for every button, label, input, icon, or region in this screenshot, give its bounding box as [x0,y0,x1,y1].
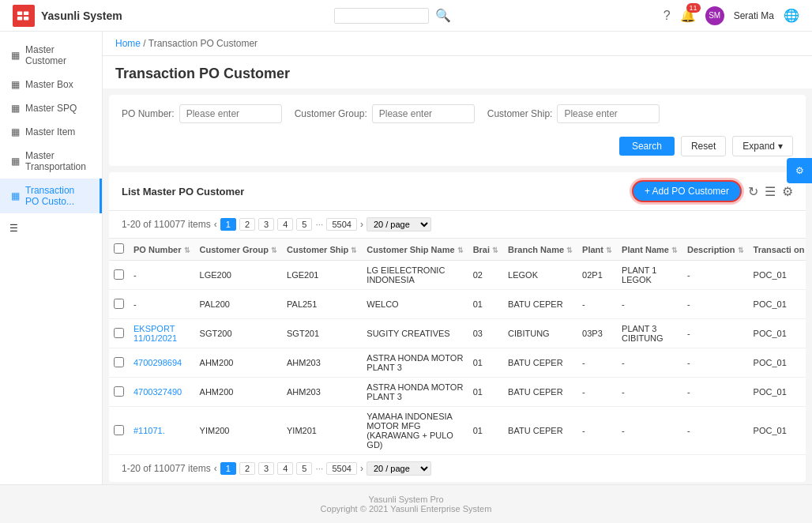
per-page-select-bottom[interactable]: 20 / page 50 / page 100 / page [367,461,431,476]
td-customer-group: SGT200 [195,319,282,348]
select-all-checkbox[interactable] [114,243,124,254]
td-plant: - [577,290,617,319]
td-plant: 03P3 [577,319,617,348]
page-btn-1[interactable]: 1 [220,218,236,231]
row-checkbox[interactable] [114,357,124,367]
td-customer-group: LGE200 [195,261,282,290]
footer-line2: Copyright © 2021 Yasunli Enterprise Syst… [9,504,803,514]
td-branch-name: LEGOK [503,261,577,290]
help-icon[interactable]: ? [664,9,671,23]
page-ellipsis-bottom: ··· [315,463,323,474]
sidebar-hamburger[interactable]: ☰ [0,213,102,243]
page-btn-2[interactable]: 2 [239,218,255,231]
td-branch-name: CIBITUNG [503,319,577,348]
sidebar-item-transaction-po-customer[interactable]: ▦ Transaction PO Custo... [0,179,102,213]
next-page-btn-bottom[interactable]: › [360,463,363,474]
expand-label: Expand [742,141,775,152]
row-checkbox[interactable] [114,386,124,397]
td-description: - [682,261,749,290]
notification-bell[interactable]: 🔔 11 [680,8,696,23]
per-page-select[interactable]: 20 / page 50 / page 100 / page [367,217,431,231]
td-customer-ship: AHM203 [282,378,362,407]
po-number-link[interactable]: #11071. [133,426,165,435]
search-button[interactable]: Search [619,137,675,156]
table-scroll-container: PO Number ⇅ Customer Group ⇅ Customer Sh… [109,238,806,455]
prev-page-btn[interactable]: ‹ [214,219,217,230]
td-description: - [682,348,749,378]
translate-icon[interactable]: 🌐 [784,8,799,23]
add-po-customer-button[interactable]: + Add PO Customer [632,180,742,202]
customer-group-label: Customer Group: [295,108,367,119]
next-page-btn[interactable]: › [360,219,363,230]
td-branch-name: BATU CEPER [503,407,577,455]
sidebar: ▦ Master Customer ▦ Master Box ▦ Master … [0,32,103,484]
data-table: PO Number ⇅ Customer Group ⇅ Customer Sh… [109,238,806,455]
table-actions: + Add PO Customer ↻ ☰ ⚙ [632,180,793,202]
page-btn-4[interactable]: 4 [277,218,293,231]
td-description: - [682,407,749,455]
po-number-link[interactable]: 4700327490 [133,387,182,397]
row-checkbox[interactable] [114,299,124,309]
customer-group-input[interactable] [372,104,475,123]
table-header-row: List Master PO Customer + Add PO Custome… [109,172,806,211]
grid-icon: ▦ [9,50,21,61]
page-btn-5-bottom[interactable]: 5 [296,462,312,475]
table-title: List Master PO Customer [122,186,244,198]
settings-icon[interactable]: ⚙ [782,184,793,199]
row-checkbox[interactable] [114,328,124,338]
page-btn-2-bottom[interactable]: 2 [239,462,255,475]
expand-button[interactable]: Expand ▾ [732,136,793,156]
logo-icon [13,5,35,27]
sidebar-item-master-customer[interactable]: ▦ Master Customer [0,38,102,73]
row-checkbox[interactable] [114,269,124,280]
reset-button[interactable]: Reset [681,136,726,156]
svg-rect-3 [24,16,28,20]
td-brai: 01 [468,407,503,455]
sidebar-item-master-box[interactable]: ▦ Master Box [0,73,102,96]
table-row: - PAL200 PAL251 WELCO 01 BATU CEPER - - … [109,290,806,319]
breadcrumb-home[interactable]: Home [115,38,141,49]
pagination-bottom: 1-20 of 110077 items ‹ 1 2 3 4 5 ··· 550… [109,455,806,482]
table-row: EKSPORT 11/01/2021 SGT200 SGT201 SUGITY … [109,319,806,348]
svg-rect-1 [24,11,28,15]
page-btn-last[interactable]: 5504 [326,218,356,231]
po-number-link[interactable]: EKSPORT 11/01/2021 [133,324,177,343]
prev-page-btn-bottom[interactable]: ‹ [214,463,217,474]
sidebar-item-label: Transaction PO Custo... [25,185,90,207]
search-icon[interactable]: 🔍 [435,8,451,23]
customer-ship-label: Customer Ship: [487,108,553,119]
right-settings-panel[interactable]: ⚙ [787,158,812,183]
page-btn-3[interactable]: 3 [258,218,274,231]
page-btn-4-bottom[interactable]: 4 [277,462,293,475]
th-plant: Plant ⇅ [577,239,617,261]
td-plant: 02P1 [577,261,617,290]
td-customer-ship: LGE201 [282,261,362,290]
po-number-link[interactable]: 4700298694 [133,358,182,367]
sidebar-item-master-transportation[interactable]: ▦ Master Transportation [0,144,102,179]
td-customer-ship-name: ASTRA HONDA MOTOR PLANT 3 [362,348,468,378]
td-customer-group: AHM200 [195,348,282,378]
po-number-label: PO Number: [122,108,175,119]
po-number-input[interactable] [179,104,282,123]
sidebar-item-label: Master Box [25,79,73,90]
td-po-number: - [129,290,195,319]
page-btn-3-bottom[interactable]: 3 [258,462,274,475]
row-checkbox[interactable] [114,425,124,435]
grid-icon-2: ▦ [9,79,21,90]
th-description: Description ⇅ [682,239,749,261]
columns-icon[interactable]: ☰ [765,184,776,199]
customer-ship-input[interactable] [557,104,660,123]
page-btn-1-bottom[interactable]: 1 [220,462,236,475]
td-po-number: EKSPORT 11/01/2021 [129,319,195,348]
top-search-input[interactable] [334,8,429,24]
page-btn-last-bottom[interactable]: 5504 [326,462,356,475]
page-btn-5[interactable]: 5 [296,218,312,231]
sidebar-item-master-item[interactable]: ▦ Master Item [0,120,102,144]
table-row: 4700327490 AHM200 AHM203 ASTRA HONDA MOT… [109,378,806,407]
sidebar-item-master-spq[interactable]: ▦ Master SPQ [0,96,102,120]
td-plant-name: - [617,407,682,455]
td-po-number: #11071. [129,407,195,455]
refresh-icon[interactable]: ↻ [748,184,758,199]
th-brai: Brai ⇅ [468,239,503,261]
pagination-top: 1-20 of 110077 items ‹ 1 2 3 4 5 ··· 550… [109,211,806,238]
